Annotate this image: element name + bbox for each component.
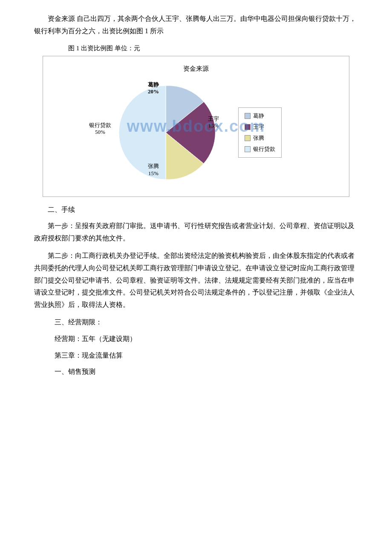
legend-color-zhangteng xyxy=(245,135,251,141)
section4-heading: 一、销售预测 xyxy=(55,366,358,378)
section2-heading: 二、手续 xyxy=(48,204,358,216)
chapter3-heading: 第三章：现金流量估算 xyxy=(55,350,358,362)
step2-paragraph: 第二步：向工商行政机关办登记手续。全部出资经法定的验资机构验资后，由全体股东指定… xyxy=(34,250,358,311)
label-wangyu: 王宇15% xyxy=(208,116,219,130)
chart-container: 资金来源 葛静20% 王宇15% 张腾15% 银行贷款50% xyxy=(43,56,349,197)
chart-legend: 葛静 王宇 张腾 银行贷款 xyxy=(238,107,282,158)
legend-color-wangyu xyxy=(245,124,251,130)
label-zhangteng: 张腾15% xyxy=(148,163,159,177)
legend-item-bank: 银行贷款 xyxy=(245,145,275,153)
legend-color-gejing xyxy=(245,113,251,119)
legend-item-gejing: 葛静 xyxy=(245,112,275,120)
chart-title: 资金来源 xyxy=(47,65,345,73)
pie-chart-svg xyxy=(110,77,221,188)
intro-paragraph: 资金来源 自己出四万，其余两个合伙人王宇、张腾每人出三万。由华中电器公司担保向银… xyxy=(34,13,358,38)
legend-color-bank xyxy=(245,146,251,152)
legend-label-bank: 银行贷款 xyxy=(253,145,275,153)
legend-label-zhangteng: 张腾 xyxy=(253,134,264,142)
operation-period: 经营期：五年（无建设期） xyxy=(55,333,358,345)
step1-paragraph: 第一步：呈报有关政府部门审批。送申请书、可行性研究报告或者营业计划、公司章程、资… xyxy=(34,220,358,245)
label-gejing: 葛静20% xyxy=(148,81,159,96)
label-bank: 银行贷款50% xyxy=(89,122,111,136)
legend-item-zhangteng: 张腾 xyxy=(245,134,275,142)
section3-heading: 三、经营期限： xyxy=(55,316,358,329)
chart-inner: 葛静20% 王宇15% 张腾15% 银行贷款50% 葛静 王宇 张腾 银行贷款 xyxy=(47,77,345,188)
pie-chart-wrapper: 葛静20% 王宇15% 张腾15% 银行贷款50% xyxy=(110,77,221,188)
legend-label-gejing: 葛静 xyxy=(253,112,264,120)
legend-item-wangyu: 王宇 xyxy=(245,123,275,131)
figure-caption: 图 1 出资比例图 单位：元 xyxy=(68,44,358,52)
legend-label-wangyu: 王宇 xyxy=(253,123,264,131)
